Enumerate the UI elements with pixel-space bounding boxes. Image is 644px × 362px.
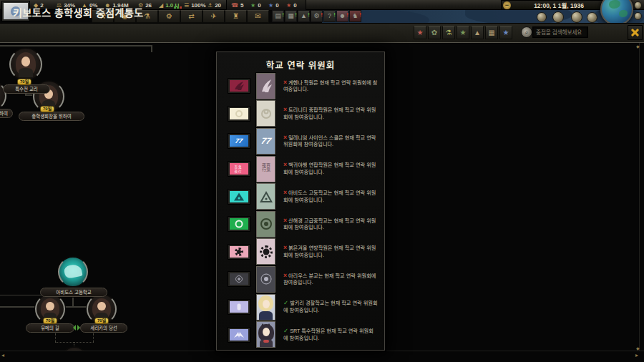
alert-button-4[interactable]: ⚙! bbox=[311, 10, 323, 22]
shanhaijing-seal-icon bbox=[235, 220, 243, 228]
portrait-face bbox=[46, 302, 54, 310]
alert-icon: ⚙ bbox=[313, 12, 319, 19]
star-blue-icon: ★ bbox=[268, 2, 273, 9]
shanhaijing-emblem-tile bbox=[256, 211, 275, 238]
redwinter-flag bbox=[228, 245, 250, 259]
vertical-scrollbar[interactable] bbox=[639, 43, 640, 351]
row-gehenna: ×게헨나 학원은 현재 학교 연락 위원회에 참여중입니다. bbox=[217, 72, 384, 100]
coin-button-6[interactable] bbox=[634, 12, 642, 20]
portrait-face bbox=[97, 302, 105, 310]
menu-tab-army[interactable]: ♜ bbox=[225, 10, 247, 23]
filter-research-button[interactable]: ⚗ bbox=[442, 26, 455, 39]
requirement-text: ✓SRT 특수학원은 현재 학교 연락 위원회에 참여중입니다. bbox=[283, 328, 378, 341]
scroll-down-icon[interactable]: ◆ bbox=[636, 346, 640, 351]
globe-continent bbox=[619, 10, 628, 17]
game-date[interactable]: 12:00, 1 1월, 1936 bbox=[512, 1, 605, 9]
focus-node-special-warfare[interactable] bbox=[9, 47, 43, 82]
blue-star-count[interactable]: ★0 bbox=[268, 0, 279, 10]
alert-button-7[interactable]: ♞! bbox=[349, 10, 361, 22]
menu-tab-air[interactable]: ✈ bbox=[203, 10, 225, 23]
focus-days-badge: 70일 bbox=[40, 106, 54, 112]
focus-label[interactable]: 세리카의 당선 bbox=[80, 323, 127, 333]
focus-dotted-line bbox=[55, 333, 56, 342]
green-star-count[interactable]: ★0 bbox=[250, 0, 261, 10]
train-icon: ⚓ bbox=[208, 2, 213, 9]
coin-button-1[interactable] bbox=[537, 12, 547, 22]
focus-dotted-line bbox=[55, 342, 94, 343]
trinity-flag bbox=[228, 107, 250, 121]
scroll-right-icon[interactable]: ▸ bbox=[635, 352, 638, 358]
focus-label[interactable]: 유메의 길 bbox=[26, 323, 74, 333]
coin-button-3[interactable] bbox=[571, 11, 582, 23]
srt-portrait bbox=[256, 321, 275, 348]
filter-green-star-button[interactable]: ★ bbox=[457, 26, 469, 39]
row-arius: ×아리우스 분교는 현재 학교 연락 위원회에 참여중입니다. bbox=[217, 265, 384, 293]
focus-search: ⌕ bbox=[521, 26, 588, 38]
cross-icon: × bbox=[283, 134, 287, 141]
alert-button-6[interactable]: ☻! bbox=[336, 10, 348, 22]
alert-icon: ? bbox=[328, 12, 331, 19]
alert-button-2[interactable]: ▦! bbox=[285, 10, 297, 22]
resource-convoys[interactable]: ☰100% bbox=[184, 0, 206, 10]
alert-button-5[interactable]: ?! bbox=[323, 10, 336, 22]
focus-label[interactable]: 총학생회장을 위하여 bbox=[19, 112, 84, 121]
globe-continent bbox=[609, 0, 620, 9]
focus-label-partial[interactable]: 하여 bbox=[0, 109, 13, 118]
alert-button-3[interactable]: ▲! bbox=[298, 10, 310, 22]
focus-label[interactable]: 아비도스 고등학교 bbox=[40, 288, 107, 297]
date-speed-bar: − 12:00, 1 1월, 1936 + bbox=[501, 0, 617, 10]
requirement-text: ×산해경 고급중학교는 현재 학교 연락 위원회에 참여중입니다. bbox=[283, 217, 378, 231]
row-millennium: 77 77 ×밀레니엄 사이언스 스쿨은 현재 학교 연락 위원회에 참여중입니… bbox=[217, 127, 384, 155]
abydos-flag bbox=[228, 190, 250, 204]
red-star-count[interactable]: ★0 bbox=[286, 0, 297, 10]
telephone-count[interactable]: ☎5 bbox=[231, 0, 243, 10]
row-abydos: ×아비도스 고등학교는 현재 학교 연락 위원회에 참여중입니다. bbox=[217, 182, 384, 210]
focus-label[interactable]: 특수전 교리 bbox=[3, 84, 50, 94]
coin-button-4[interactable] bbox=[587, 12, 597, 23]
horizontal-scrollbar[interactable] bbox=[0, 351, 644, 351]
portrait-face bbox=[263, 328, 270, 336]
coin-button-2[interactable] bbox=[552, 11, 564, 23]
telephone-icon: ☎ bbox=[231, 2, 238, 9]
fuel-gauge bbox=[174, 6, 182, 9]
coin-button-5[interactable] bbox=[634, 1, 642, 9]
gehenna-emblem-tile bbox=[256, 73, 275, 99]
menu-tab-trade[interactable]: ⇄ bbox=[180, 10, 203, 23]
alert-button-1[interactable]: ▤! bbox=[272, 10, 284, 22]
cross-icon: × bbox=[283, 189, 287, 196]
millennium-emblem-tile: 77 bbox=[256, 128, 275, 155]
search-icon: ⌕ bbox=[521, 26, 532, 38]
millennium-logo-icon: 77 bbox=[260, 136, 271, 146]
valkyrie-flag bbox=[228, 300, 250, 314]
filter-red-star-button[interactable]: ★ bbox=[414, 26, 426, 39]
menu-tab-production[interactable]: ⚙ bbox=[158, 10, 180, 23]
portrait-face bbox=[21, 57, 30, 66]
hyakkiyako-emblem-tile: 百鬼夜行 bbox=[256, 156, 275, 182]
row-hyakkiyako: 百鬼夜行 百鬼夜行 ×백귀야행 연합학원은 현재 학교 연락 위원회에 참여중입… bbox=[217, 155, 384, 183]
focus-tree-title: 키보토스 총학생회 중점계통도 bbox=[13, 5, 144, 19]
filter-construction-button[interactable]: ▦ bbox=[485, 26, 498, 39]
scroll-left-icon[interactable]: ◂ bbox=[1, 352, 4, 358]
shanhaijing-flag bbox=[228, 217, 250, 231]
filter-industry-button[interactable]: ▲ bbox=[471, 26, 484, 39]
school-liaison-committee-panel: 학교 연락 위원회 ×게헨나 학원은 현재 학교 연락 위원회에 참여중입니다. bbox=[216, 52, 385, 351]
millennium-flag: 77 bbox=[228, 134, 250, 148]
cross-icon: × bbox=[283, 106, 287, 113]
filter-blue-star-button[interactable]: ★ bbox=[499, 26, 512, 39]
focus-days-badge: 70일 bbox=[43, 318, 57, 324]
cross-icon: × bbox=[283, 244, 287, 251]
focus-search-input[interactable] bbox=[532, 26, 588, 38]
speed-down-button[interactable]: − bbox=[503, 1, 511, 9]
valkyrie-portrait bbox=[256, 294, 275, 321]
menu-tab-decisions[interactable]: ✉ bbox=[247, 10, 269, 23]
close-button[interactable] bbox=[628, 25, 643, 40]
scroll-up-icon[interactable]: ◆ bbox=[636, 44, 640, 49]
portrait-face bbox=[263, 300, 270, 308]
hyakkiyako-kanji-icon: 百鬼夜行 bbox=[262, 162, 270, 175]
filter-branch-button[interactable]: ✿ bbox=[428, 26, 441, 39]
panel-title: 학교 연락 위원회 bbox=[217, 58, 384, 72]
focus-filter-bar: ★ ✿ ⚗ ★ ▲ ▦ ★ bbox=[414, 26, 512, 39]
focus-node-abydos[interactable] bbox=[57, 256, 89, 288]
alert-icon: ♞ bbox=[352, 12, 358, 19]
resource-trains[interactable]: ⚓20 bbox=[208, 0, 221, 10]
